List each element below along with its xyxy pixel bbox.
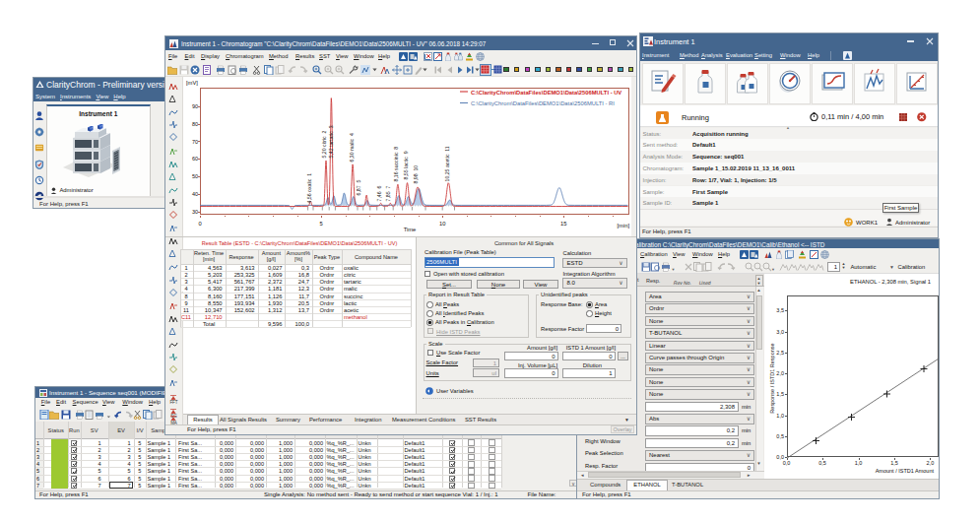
svg-text:8,55 lactic 9: 8,55 lactic 9 [403, 151, 409, 179]
svg-text:8,98 10: 8,98 10 [413, 164, 419, 183]
svg-text:C:\ClarityChrom\DataFiles\DEMO: C:\ClarityChrom\DataFiles\DEMO1\Data\250… [471, 100, 615, 106]
svg-text:7,85 7: 7,85 7 [385, 185, 391, 201]
svg-text:6,87 5: 6,87 5 [356, 179, 361, 195]
svg-text:4,56 oxalic 1: 4,56 oxalic 1 [306, 172, 312, 203]
svg-text:5,42 tartaric 3: 5,42 tartaric 3 [328, 125, 334, 158]
svg-text:C:\ClarityChrom\DataFiles\DEMO: C:\ClarityChrom\DataFiles\DEMO1\Data\250… [471, 89, 621, 95]
svg-text:6,30 malic 4: 6,30 malic 4 [349, 132, 355, 162]
svg-text:8,16 succinic 8: 8,16 succinic 8 [393, 146, 399, 181]
svg-text:10,25 acetic 11: 10,25 acetic 11 [444, 146, 450, 181]
svg-text:7,46 6: 7,46 6 [376, 185, 382, 201]
svg-text:5,20 citric 2: 5,20 citric 2 [321, 130, 327, 158]
